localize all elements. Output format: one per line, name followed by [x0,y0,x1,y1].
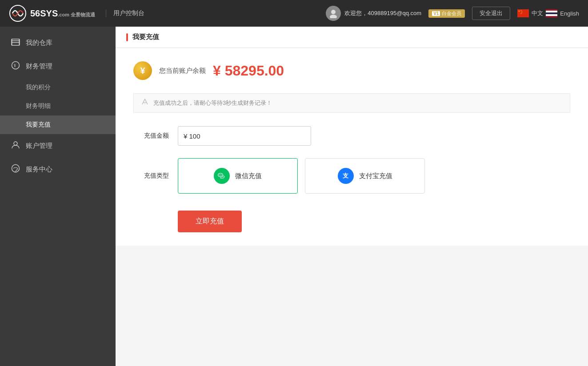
details-label: 财务明细 [26,102,51,110]
finance-label: 财务管理 [26,62,52,71]
sidebar-item-account[interactable]: 账户管理 [0,134,116,158]
recharge-label: 我要充值 [26,121,51,129]
welcome-text: 欢迎您，409889195@qq.com [344,9,421,17]
cn-lang-label[interactable]: 中文 [532,9,543,17]
svg-rect-16 [12,42,20,43]
content-area: ¥ 您当前账户余额 ¥ 58295.00 充值成功之后，请耐心等待3秒生成财务记… [116,48,588,246]
sidebar-sub-item-recharge[interactable]: 我要充值 [0,115,116,134]
balance-label: 您当前账户余额 [159,67,206,75]
svg-text:支: 支 [343,172,349,179]
th-flag-icon[interactable] [546,9,557,17]
sidebar: 我的仓库 ¥ 财务管理 我的积分 财务明细 我要充值 [0,27,116,366]
alipay-icon: 支 [338,168,354,184]
svg-point-26 [218,173,223,177]
service-label: 服务中心 [26,165,52,174]
header: 56SYS.com 全景物流通 用户控制台 欢迎您，409889195@qq.c… [0,0,588,27]
main-content: 我要充值 ¥ 您当前账户余额 ¥ 58295.00 充值成功之后，请耐心 [116,27,588,366]
notice-text: 充值成功之后，请耐心等待3秒生成财务记录！ [153,99,272,107]
brand-text: 56SYS.com 全景物流通 [30,8,95,19]
notice-icon [141,98,149,108]
wechat-payment-option[interactable]: 微信充值 [178,158,298,194]
sidebar-item-service[interactable]: 服务中心 [0,158,116,181]
sidebar-sub-item-details[interactable]: 财务明细 [0,97,116,115]
svg-point-27 [220,175,220,175]
vip-badge: V1 白金会员 [428,9,465,18]
warehouse-label: 我的仓库 [26,39,52,47]
logo-icon [9,4,27,22]
svg-text:¥: ¥ [14,63,16,68]
alipay-payment-option[interactable]: 支 支付宝充值 [305,158,425,194]
sidebar-item-finance[interactable]: ¥ 财务管理 [0,55,116,78]
cn-flag-icon[interactable] [517,9,529,17]
points-label: 我的积分 [26,84,51,92]
wechat-label: 微信充值 [235,172,262,180]
amount-label: 充值金额 [133,132,169,140]
alipay-label: 支付宝充值 [359,172,392,180]
logo-area: 56SYS.com 全景物流通 [9,4,95,22]
svg-point-30 [223,177,224,178]
balance-row: ¥ 您当前账户余额 ¥ 58295.00 [133,61,570,80]
svg-rect-15 [12,40,20,41]
svg-rect-12 [546,12,557,14]
svg-point-23 [15,171,16,172]
svg-point-28 [221,175,222,175]
logout-button[interactable]: 安全退出 [472,7,510,20]
svg-point-21 [14,142,17,145]
header-bar-decoration [126,33,128,41]
service-icon [11,164,20,175]
svg-rect-17 [12,39,12,45]
account-label: 账户管理 [26,142,52,150]
balance-amount: ¥ 58295.00 [213,63,284,79]
wechat-icon [214,168,230,184]
avatar [326,6,341,21]
vip-level: V1 [432,11,440,16]
svg-point-3 [330,15,337,18]
user-info: 欢迎您，409889195@qq.com [326,6,421,21]
sidebar-item-warehouse[interactable]: 我的仓库 [0,31,116,55]
finance-icon: ¥ [11,61,20,72]
payment-type-label: 充值类型 [133,172,169,180]
svg-point-29 [222,177,223,178]
amount-input[interactable] [178,126,311,146]
account-icon [11,140,20,151]
notice-bar: 充值成功之后，请耐心等待3秒生成财务记录！ [133,93,570,113]
amount-form-row: 充值金额 [133,126,570,146]
page-header: 我要充值 [116,27,588,48]
submit-row: 立即充值 [133,206,570,232]
coin-icon: ¥ [133,61,152,80]
payment-type-row: 充值类型 [133,158,570,194]
svg-rect-18 [19,39,20,45]
svg-point-2 [331,10,336,14]
warehouse-icon [11,37,20,48]
layout: 我的仓库 ¥ 财务管理 我的积分 财务明细 我要充值 [0,27,588,366]
page-title: 我要充值 [132,33,159,41]
en-lang-label[interactable]: English [560,10,579,17]
svg-rect-11 [546,11,557,12]
sidebar-sub-item-points[interactable]: 我的积分 [0,78,116,97]
language-switcher: 中文 English [517,9,579,17]
vip-label: 白金会员 [442,10,461,17]
submit-button[interactable]: 立即充值 [178,211,242,232]
portal-title: 用户控制台 [106,9,144,17]
svg-rect-13 [546,14,557,16]
svg-point-25 [144,103,145,104]
payment-options: 微信充值 支 支付宝充值 [178,158,425,194]
